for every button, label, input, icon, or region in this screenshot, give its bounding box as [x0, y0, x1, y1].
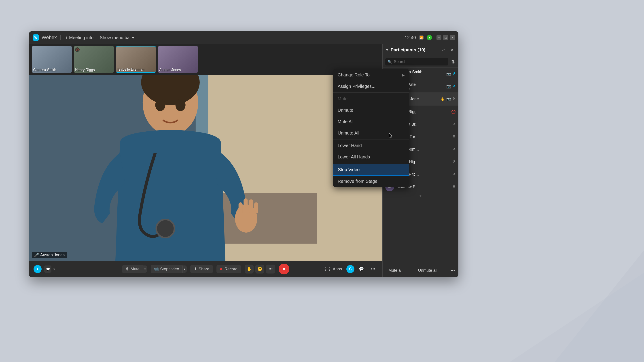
video-control-group: 📹 Stop video ▾ [151, 265, 187, 273]
search-input[interactable] [394, 59, 446, 64]
status-indicator: ● [34, 265, 42, 273]
main-speaker-tag: 🎤 Austen Jones [32, 252, 67, 258]
video-caret[interactable]: ▾ [182, 266, 187, 273]
scroll-indicator: ▼ [382, 193, 458, 199]
svg-rect-12 [244, 198, 248, 213]
panel-footer: Mute all Unmute all ••• [382, 264, 458, 277]
webex-logo: W [33, 34, 39, 41]
pop-out-button[interactable]: ⤢ [440, 46, 447, 54]
mic-off-icon-henry-list: 🚫 [451, 110, 456, 114]
maximize-button[interactable]: □ [443, 35, 448, 40]
ctx-mute-all[interactable]: Mute All [333, 116, 409, 127]
svg-marker-1 [554, 250, 644, 362]
ctx-unmute[interactable]: Unmute [333, 105, 409, 116]
end-call-button[interactable]: ✕ [278, 264, 289, 274]
panel-header: ▼ Participants (10) ⤢ ✕ [382, 44, 458, 56]
share-button[interactable]: ⬆ Share [190, 265, 213, 273]
meeting-time: 12:40 [405, 35, 416, 40]
show-menu-button[interactable]: Show menu bar ▾ [98, 34, 136, 41]
ctx-remove-from-stage-label: Remove from Stage [338, 179, 378, 184]
right-controls: ⋮⋮ Apps C 💬 ••• [321, 265, 378, 273]
video-background [29, 75, 382, 261]
svg-rect-13 [249, 199, 253, 213]
ctx-change-role[interactable]: Change Role To ▶ [333, 69, 409, 81]
ctx-change-role-label: Change Role To [338, 72, 370, 77]
meeting-info-button[interactable]: ℹ Meeting info [64, 34, 95, 41]
share-label: Share [198, 267, 209, 272]
info-icon: ℹ [66, 35, 68, 40]
mic-icon-sofia: 🎙 [452, 147, 456, 151]
search-wrap: 🔍 [385, 58, 448, 65]
app-name: Webex [42, 35, 57, 40]
thumbnail-name-henry: Henry Riggs [75, 68, 95, 72]
participant-icons-umar: 📷 🎙 [446, 84, 456, 88]
thumbnail-name-clarissa: Clarissa Smith [33, 68, 56, 72]
thumbnail-clarissa[interactable]: Clarissa Smith [32, 46, 72, 73]
ctx-assign-privileges[interactable]: Assign Privileges... [333, 81, 409, 92]
ctx-separator-3 [333, 163, 409, 163]
footer-more-button[interactable]: ••• [450, 268, 455, 273]
meeting-info-label: Meeting info [69, 35, 94, 40]
unmute-all-button[interactable]: Unmute all [416, 267, 440, 274]
apps-icon: ⋮⋮ [323, 267, 332, 272]
thumbnail-henry[interactable]: 🚫 Henry Riggs [74, 46, 114, 73]
emoji-button[interactable]: 😊 [255, 265, 264, 274]
close-button[interactable]: × [450, 35, 455, 40]
chat-caret[interactable]: ▾ [53, 267, 55, 271]
ctx-change-role-arrow: ▶ [402, 73, 405, 77]
participant-icons-sofia: 🎙 [452, 147, 456, 151]
doctor-video [29, 75, 382, 261]
search-icon: 🔍 [388, 60, 392, 64]
ctx-remove-from-stage[interactable]: Remove from Stage [333, 176, 409, 187]
mic-icon-umar: 🎙 [452, 84, 456, 88]
record-icon [220, 267, 223, 272]
self-avatar[interactable]: C [346, 265, 354, 273]
ctx-stop-video[interactable]: Stop Video [333, 164, 409, 176]
sort-button[interactable]: ⇅ [450, 58, 456, 65]
mute-caret[interactable]: ▾ [143, 266, 147, 273]
mic-icon-clarissa: 🎙 [452, 72, 456, 76]
ctx-unmute-all[interactable]: Unmute All [333, 127, 409, 139]
ctx-lower-hand[interactable]: Lower Hand [333, 140, 409, 151]
minimize-button[interactable]: − [436, 35, 442, 40]
record-label: Record [224, 267, 238, 272]
window-controls: − □ × [436, 35, 455, 40]
participant-icons-murad: 🎙 [452, 160, 456, 164]
extra-options-button[interactable]: ••• [368, 265, 378, 273]
title-bar-icons: 📶 ● [418, 35, 432, 40]
mute-button[interactable]: 🎙 Mute [122, 265, 143, 273]
mute-label: Mute [130, 267, 140, 272]
chat-panel-button[interactable]: 💬 [356, 265, 366, 273]
ctx-mute-label: Mute [338, 96, 348, 101]
ctx-lower-all-hands[interactable]: Lower All Hands [333, 151, 409, 163]
mute-all-button[interactable]: Mute all [386, 267, 405, 274]
thumbnail-strip: Clarissa Smith 🚫 Henry Riggs Isabelle Br… [29, 44, 382, 75]
screen-icon-marise: 🖥 [452, 135, 456, 139]
mic-off-icon-henry: 🚫 [75, 47, 80, 52]
title-bar: W Webex ℹ Meeting info Show menu bar ▾ 1… [29, 31, 458, 44]
stop-video-label: Stop video [160, 267, 179, 272]
close-panel-button[interactable]: ✕ [448, 46, 456, 54]
collapse-icon[interactable]: ▼ [385, 48, 389, 52]
panel-title: Participants (10) [391, 47, 438, 52]
ctx-unmute-all-label: Unmute All [338, 130, 359, 136]
svg-point-15 [155, 99, 165, 111]
record-button[interactable]: Record [216, 265, 241, 273]
chat-button[interactable]: 💬 [44, 266, 52, 273]
stop-video-button[interactable]: 📹 Stop video [151, 265, 182, 273]
camera-icon-austen: 📷 [446, 97, 451, 101]
signal-icon: 📶 [418, 35, 424, 40]
panel-actions: ⤢ ✕ [440, 46, 456, 54]
mic-icon: 🎙 [125, 267, 129, 272]
thumbnail-isabelle[interactable]: Isabelle Brennan [116, 46, 156, 73]
apps-button[interactable]: ⋮⋮ Apps [321, 265, 344, 273]
ctx-unmute-label: Unmute [338, 108, 353, 113]
mic-icon-austen: 🎙 [452, 97, 456, 101]
message-icon: 💬 [359, 267, 364, 272]
reactions-button[interactable]: ✋ [245, 265, 254, 274]
participant-icons-clarissa: 📷 🎙 [446, 72, 456, 76]
more-options-button[interactable]: ••• [266, 265, 275, 274]
ctx-separator-2 [333, 139, 409, 139]
svg-point-16 [176, 99, 186, 111]
thumbnail-austen[interactable]: Austen Jones [158, 46, 198, 73]
